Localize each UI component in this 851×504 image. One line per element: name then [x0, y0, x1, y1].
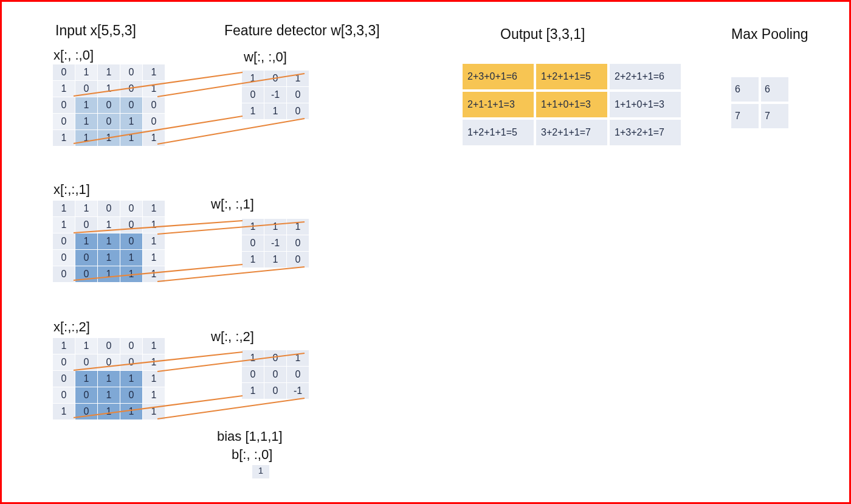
w2-cell: 1 [242, 383, 264, 399]
w2-cell: 0 [264, 383, 287, 399]
x1-cell: 1 [98, 233, 120, 250]
bias-label-2: b[:, :,0] [232, 447, 272, 463]
x1-cell: 1 [53, 201, 75, 217]
maxpool-title: Max Pooling [731, 26, 808, 43]
x0-cell: 0 [143, 114, 165, 130]
svg-line-7 [157, 267, 305, 281]
x2-cell: 0 [98, 338, 120, 354]
w0-cell: -1 [264, 87, 287, 103]
x1-cell: 1 [143, 217, 165, 233]
input-matrix-x2: 1100100001011110010110111 [52, 337, 165, 420]
x2-label: x[:,:,2] [53, 319, 90, 335]
x1-cell: 1 [120, 266, 143, 283]
x1-cell: 0 [75, 250, 98, 266]
output-cell: 1+2+1+1=5 [536, 64, 607, 89]
w2-cell: 0 [242, 367, 264, 383]
w1-label: w[:, :,1] [211, 196, 254, 212]
w0-cell: 0 [264, 71, 287, 87]
x2-cell: 0 [53, 354, 75, 371]
x1-cell: 1 [98, 217, 120, 233]
input-matrix-x0: 0110110101010000101011111 [52, 64, 165, 147]
filter-matrix-w0: 1010-10110 [241, 70, 309, 120]
x0-cell: 1 [143, 81, 165, 97]
output-cell: 2+2+1+1=6 [610, 64, 681, 89]
x0-cell: 1 [120, 114, 143, 130]
output-matrix: 2+3+0+1=61+2+1+1=52+2+1+1=62+1-1+1=31+1+… [460, 61, 683, 148]
x0-cell: 1 [98, 130, 120, 147]
x1-cell: 1 [75, 233, 98, 250]
x1-cell: 0 [98, 201, 120, 217]
x1-cell: 1 [98, 250, 120, 266]
x1-cell: 0 [120, 201, 143, 217]
w2-cell: 1 [242, 350, 264, 367]
x0-cell: 1 [53, 81, 75, 97]
x0-cell: 0 [98, 114, 120, 130]
x2-cell: 0 [120, 338, 143, 354]
bias-value: 1 [252, 465, 269, 478]
x0-cell: 1 [53, 130, 75, 147]
x1-cell: 0 [53, 266, 75, 283]
w1-cell: -1 [264, 235, 287, 252]
w0-cell: 1 [264, 103, 287, 120]
x0-cell: 0 [120, 64, 143, 81]
x0-cell: 0 [98, 97, 120, 114]
x2-cell: 1 [53, 404, 75, 420]
w1-cell: 1 [264, 219, 287, 235]
input-title: Input x[5,5,3] [55, 22, 136, 39]
x2-cell: 1 [143, 354, 165, 371]
x2-cell: 1 [120, 404, 143, 420]
x0-cell: 0 [53, 97, 75, 114]
x2-cell: 0 [120, 354, 143, 371]
input-matrix-x1: 1100110101011010011100111 [52, 200, 165, 283]
x1-cell: 0 [120, 217, 143, 233]
x0-cell: 1 [75, 130, 98, 147]
x0-cell: 0 [75, 81, 98, 97]
x2-cell: 1 [143, 371, 165, 387]
output-cell: 1+2+1+1=5 [463, 120, 534, 145]
maxpool-cell: 7 [731, 104, 759, 128]
x0-cell: 1 [75, 64, 98, 81]
w0-cell: 1 [242, 71, 264, 87]
x2-cell: 0 [75, 354, 98, 371]
x0-cell: 0 [53, 64, 75, 81]
x1-cell: 0 [75, 266, 98, 283]
w0-cell: 0 [287, 87, 309, 103]
svg-line-3 [157, 119, 305, 144]
x2-cell: 1 [53, 338, 75, 354]
x0-cell: 1 [75, 97, 98, 114]
x2-cell: 0 [53, 371, 75, 387]
output-cell: 1+1+0+1=3 [610, 92, 681, 117]
w2-cell: 0 [264, 350, 287, 367]
w0-label: w[:, :,0] [244, 49, 287, 65]
w0-cell: 0 [242, 87, 264, 103]
maxpool-cell: 7 [761, 104, 788, 128]
x2-cell: 1 [143, 338, 165, 354]
x2-cell: 0 [98, 354, 120, 371]
output-title: Output [3,3,1] [500, 26, 585, 43]
x1-cell: 1 [98, 266, 120, 283]
w2-cell: -1 [287, 383, 309, 399]
w1-cell: 1 [264, 252, 287, 268]
x2-cell: 1 [98, 371, 120, 387]
x0-cell: 1 [98, 81, 120, 97]
x1-cell: 1 [143, 201, 165, 217]
x0-cell: 0 [143, 97, 165, 114]
w0-cell: 1 [242, 103, 264, 120]
x2-cell: 1 [75, 338, 98, 354]
maxpool-cell: 6 [731, 77, 759, 102]
w1-cell: 0 [287, 235, 309, 252]
output-cell: 1+1+0+1=3 [536, 92, 607, 117]
w1-cell: 1 [242, 252, 264, 268]
x2-cell: 1 [98, 387, 120, 404]
w1-cell: 0 [287, 252, 309, 268]
x2-cell: 1 [75, 371, 98, 387]
maxpool-matrix: 6677 [729, 75, 791, 131]
w2-cell: 0 [287, 367, 309, 383]
filter-matrix-w1: 1110-10110 [241, 218, 309, 268]
output-cell: 2+3+0+1=6 [463, 64, 534, 89]
x0-cell: 0 [120, 81, 143, 97]
bias-label-1: bias [1,1,1] [217, 429, 283, 444]
x1-cell: 0 [53, 250, 75, 266]
x0-cell: 1 [120, 130, 143, 147]
x1-cell: 1 [143, 233, 165, 250]
